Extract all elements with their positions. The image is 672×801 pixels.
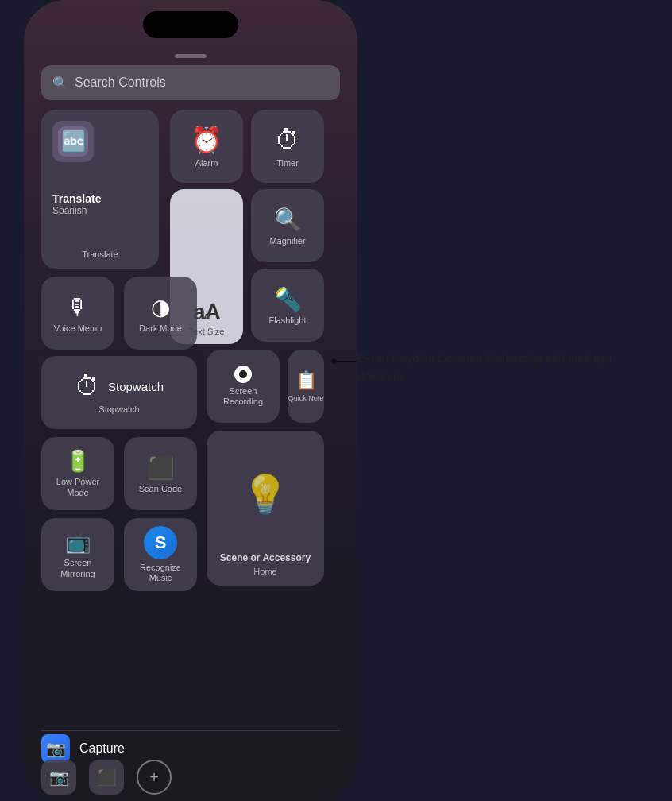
timer-icon: ⏱ bbox=[275, 126, 300, 155]
dynamic-island bbox=[143, 11, 238, 38]
dark-mode-tile[interactable]: ◑ Dark Mode bbox=[124, 277, 197, 350]
bottom-icon-camera[interactable]: 📷 bbox=[41, 760, 76, 795]
flashlight-tile[interactable]: 🔦 Flashlight bbox=[251, 269, 324, 342]
flashlight-icon: 🔦 bbox=[274, 286, 302, 312]
bottom-icon-qr[interactable]: ⬛ bbox=[89, 760, 124, 795]
voice-memo-tile[interactable]: 🎙 Voice Memo bbox=[41, 277, 114, 350]
shazam-icon: S bbox=[144, 526, 177, 559]
alarm-icon: ⏰ bbox=[191, 125, 222, 155]
quick-note-icon: 📋 bbox=[295, 370, 317, 391]
phone-frame: 🔍 Search Controls 🔤 Translate Spanish Tr… bbox=[24, 0, 357, 801]
svg-text:🔤: 🔤 bbox=[61, 129, 87, 154]
callout-line bbox=[334, 361, 357, 362]
screen-recording-tile[interactable]: ScreenRecording bbox=[207, 350, 280, 423]
timer-tile[interactable]: ⏱ Timer bbox=[251, 110, 324, 183]
callout-annotation: Ekran Kaydı'nı Denetim Merkezi'ne ekleme… bbox=[357, 350, 651, 385]
magnifier-tile[interactable]: 🔍 Magnifier bbox=[251, 189, 324, 262]
scan-code-icon: ⬛ bbox=[147, 455, 175, 481]
screen-mirroring-tile[interactable]: 📺 ScreenMirroring bbox=[41, 518, 114, 591]
stopwatch-tile[interactable]: ⏱ Stopwatch Stopwatch bbox=[41, 356, 197, 429]
scene-accessory-tile[interactable]: 💡 Scene or Accessory Home bbox=[207, 431, 324, 586]
search-bar[interactable]: 🔍 Search Controls bbox=[41, 65, 340, 100]
low-power-tile[interactable]: 🔋 Low PowerMode bbox=[41, 437, 114, 510]
recognize-music-tile[interactable]: S RecognizeMusic bbox=[124, 518, 197, 591]
scan-code-tile[interactable]: ⬛ Scan Code bbox=[124, 437, 197, 510]
translate-text: Translate Spanish bbox=[52, 192, 101, 216]
screen-mirror-icon: 📺 bbox=[65, 530, 91, 555]
translate-icon: 🔤 bbox=[52, 121, 94, 162]
magnifier-icon: 🔍 bbox=[274, 207, 302, 233]
search-label: Search Controls bbox=[75, 75, 166, 90]
screen: 🔍 Search Controls 🔤 Translate Spanish Tr… bbox=[24, 0, 357, 801]
controls-grid: 🔤 Translate Spanish Translate ⏰ Alarm ⏱ … bbox=[41, 110, 340, 729]
voice-memo-icon: 🎙 bbox=[67, 294, 89, 320]
stopwatch-inner: ⏱ Stopwatch bbox=[75, 372, 164, 401]
stopwatch-text: Stopwatch bbox=[108, 380, 164, 393]
translate-tile[interactable]: 🔤 Translate Spanish Translate bbox=[41, 110, 159, 269]
quick-note-tile[interactable]: 📋 Quick Note bbox=[288, 350, 324, 423]
bottom-bar: 📷 Capture bbox=[41, 734, 340, 763]
scene-light-icon: 💡 bbox=[241, 473, 289, 517]
divider bbox=[41, 730, 340, 731]
bottom-icons: 📷 ⬛ + bbox=[41, 760, 340, 795]
low-power-icon: 🔋 bbox=[65, 449, 91, 474]
stopwatch-icon: ⏱ bbox=[75, 372, 100, 401]
capture-icon: 📷 bbox=[41, 734, 70, 763]
search-icon: 🔍 bbox=[52, 75, 68, 91]
screen-recording-icon bbox=[234, 366, 252, 383]
pull-handle bbox=[175, 54, 207, 58]
bottom-icon-add[interactable]: + bbox=[137, 760, 172, 795]
alarm-tile[interactable]: ⏰ Alarm bbox=[170, 110, 243, 183]
dark-mode-icon: ◑ bbox=[151, 294, 170, 320]
